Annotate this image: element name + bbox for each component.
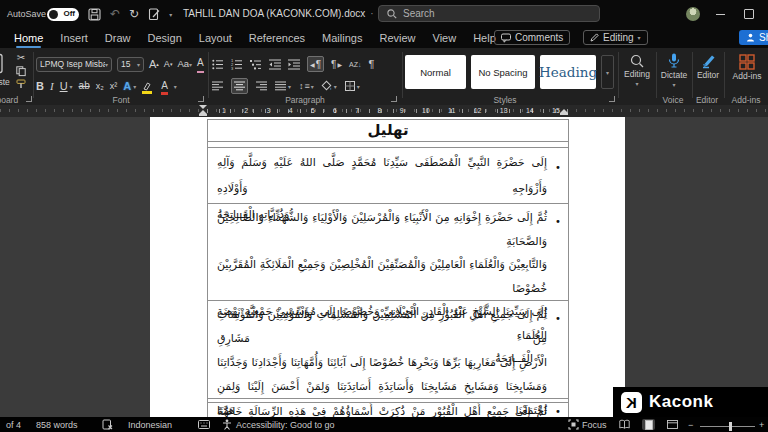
focus-label[interactable]: Focus (582, 420, 607, 430)
change-case-button[interactable]: Aa▾ (177, 56, 192, 73)
kaconk-logo-icon: K (621, 392, 642, 413)
font-family-select[interactable]: LPMQ Isep Misbah ▾ (36, 57, 112, 72)
tab-draw[interactable]: Draw (105, 28, 131, 48)
group-divider (656, 52, 657, 98)
web-layout-button[interactable] (666, 419, 679, 430)
text-effects-button[interactable]: A (123, 78, 131, 94)
format-painter-icon[interactable] (16, 79, 26, 89)
clipboard-dialog-launcher[interactable] (26, 96, 32, 102)
addins-group-label: Add-ins (724, 95, 768, 105)
font-size-select[interactable]: 15 ▾ (117, 57, 144, 72)
share-button[interactable]: Share (739, 30, 768, 45)
style-heading[interactable]: Heading (540, 55, 596, 89)
user-avatar[interactable] (686, 7, 700, 21)
align-right-button[interactable] (256, 81, 267, 91)
copy-icon[interactable] (16, 66, 26, 76)
bold-button[interactable]: B (36, 78, 44, 94)
zoom-slider-track[interactable] (700, 426, 755, 427)
paste-button[interactable]: Paste (0, 52, 10, 87)
editor-button[interactable]: Editor (694, 54, 722, 80)
editing-button[interactable]: Editing ▾ (620, 54, 654, 87)
increase-indent-button[interactable] (288, 59, 300, 70)
word-count[interactable]: 858 words (36, 420, 78, 430)
search-placeholder: Search (403, 8, 435, 19)
strikethrough-button[interactable]: ab (79, 78, 90, 94)
comments-button[interactable]: Comments (494, 30, 570, 45)
redo-icon[interactable]: ↻ (129, 5, 139, 23)
paragraph-dialog-launcher[interactable] (391, 96, 397, 102)
borders-button[interactable]: ▾ (345, 81, 360, 91)
clear-formatting-button[interactable]: A (197, 55, 204, 73)
language-indicator[interactable]: Indonesian (128, 420, 172, 430)
tab-review[interactable]: Review (379, 28, 415, 48)
bullet-list-button[interactable] (212, 59, 224, 70)
tab-references[interactable]: References (249, 28, 305, 48)
zoom-slider-thumb[interactable] (729, 422, 732, 431)
dictate-button[interactable]: Dictate ▾ (658, 53, 690, 88)
search-input[interactable]: Search (378, 5, 600, 22)
style-normal[interactable]: Normal (405, 55, 466, 89)
ltr-direction-button[interactable]: ¶ ▶ (331, 59, 342, 70)
editing-mode-button[interactable]: Editing ▾ (583, 30, 648, 45)
rtl-direction-button[interactable]: ◀ ¶ (307, 56, 324, 72)
justify-button[interactable]: ▾ (275, 81, 291, 91)
accessibility-status[interactable]: Accessibility: Good to go (236, 420, 335, 430)
sort-button[interactable]: AZ↓ (349, 61, 361, 68)
minimize-icon[interactable] (716, 14, 725, 15)
autosave-toggle[interactable]: Off (47, 8, 79, 21)
focus-icon[interactable] (568, 419, 579, 430)
tab-view[interactable]: View (433, 28, 457, 48)
accessibility-icon[interactable] (222, 419, 232, 430)
shrink-font-button[interactable]: A▾ (164, 56, 173, 72)
show-paragraph-marks-button[interactable]: ¶ (368, 58, 374, 70)
rtl-arrow-icon: ◀ (310, 61, 315, 68)
style-no-spacing[interactable]: No Spacing (471, 55, 535, 89)
numbered-list-button[interactable]: 123 (231, 59, 243, 70)
font-color-button[interactable]: A (161, 80, 168, 92)
tab-layout[interactable]: Layout (199, 28, 232, 48)
zoom-out-button[interactable]: − (688, 420, 693, 430)
cut-icon[interactable]: ✂ (17, 53, 25, 63)
toggle-knob (49, 10, 58, 19)
group-divider (692, 52, 693, 98)
addins-button[interactable]: Add-ins (726, 54, 768, 81)
save-icon[interactable] (88, 8, 101, 21)
tab-home[interactable]: Home (14, 28, 43, 48)
superscript-button[interactable]: x² (110, 78, 118, 94)
grow-font-button[interactable]: A▴ (149, 56, 159, 72)
ruler[interactable]: 123456789101112131415 (0, 105, 768, 117)
styles-gallery-more-button[interactable]: ▾ (601, 55, 614, 89)
underline-button[interactable]: U (60, 78, 68, 94)
multilevel-list-button[interactable] (250, 59, 262, 70)
tab-design[interactable]: Design (148, 28, 182, 48)
read-mode-button[interactable] (618, 419, 631, 430)
indent-marker-right[interactable] (560, 109, 568, 115)
align-left-button[interactable] (212, 81, 223, 91)
addins-grid-icon (739, 54, 755, 70)
indent-marker-left[interactable] (199, 105, 207, 116)
proofing-errors-icon[interactable] (102, 419, 113, 430)
align-center-button[interactable] (231, 78, 248, 94)
underline-chevron-icon[interactable]: ▾ (70, 83, 73, 90)
print-layout-button[interactable] (642, 419, 655, 430)
stamp-icon[interactable] (148, 8, 160, 21)
subscript-button[interactable]: x₂ (96, 78, 104, 94)
tab-mailings[interactable]: Mailings (322, 28, 362, 48)
restore-icon[interactable] (744, 9, 754, 19)
line-spacing-button[interactable]: ↕≡▾ (299, 81, 314, 91)
keyboard-icon[interactable] (198, 420, 210, 429)
italic-button[interactable]: I (50, 78, 54, 94)
shading-button[interactable]: ▾ (322, 81, 337, 91)
page[interactable]: تهليل • إِلَى حَضْرَةِ النَّبِيِّ الْمُص… (150, 117, 625, 432)
decrease-indent-button[interactable] (269, 59, 281, 70)
undo-icon[interactable]: ↶ (110, 5, 120, 23)
zoom-in-button[interactable]: + (759, 420, 764, 430)
styles-dialog-launcher[interactable] (609, 96, 615, 102)
page-indicator[interactable]: of 4 (6, 420, 21, 430)
font-dialog-launcher[interactable] (198, 96, 204, 102)
highlight-color-button[interactable] (142, 82, 152, 91)
tab-help[interactable]: Help (473, 28, 496, 48)
ribbon: Paste ✂ Clipboard LPMQ Isep Misbah ▾ (0, 48, 768, 106)
qat-more-icon[interactable]: ▾ (169, 11, 172, 18)
tab-insert[interactable]: Insert (60, 28, 88, 48)
